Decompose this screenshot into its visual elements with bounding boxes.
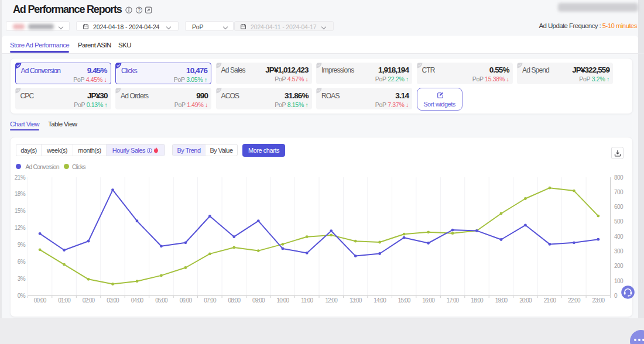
svg-text:20:00: 20:00: [519, 297, 532, 304]
svg-text:01:00: 01:00: [58, 297, 71, 304]
svg-text:400: 400: [614, 233, 624, 240]
svg-text:08:00: 08:00: [228, 297, 241, 304]
svg-text:00:00: 00:00: [34, 297, 47, 304]
svg-text:17:00: 17:00: [447, 297, 460, 304]
svg-text:07:00: 07:00: [204, 297, 217, 304]
svg-text:19:00: 19:00: [495, 297, 508, 304]
svg-text:12%: 12%: [15, 225, 26, 231]
svg-text:05:00: 05:00: [155, 297, 168, 304]
svg-text:9%: 9%: [18, 242, 26, 248]
svg-text:14:00: 14:00: [374, 297, 386, 304]
svg-text:15:00: 15:00: [398, 297, 411, 304]
svg-text:0: 0: [614, 293, 618, 299]
svg-text:06:00: 06:00: [180, 297, 193, 304]
svg-text:09:00: 09:00: [252, 297, 265, 304]
svg-text:11:00: 11:00: [301, 297, 313, 304]
svg-text:10:00: 10:00: [277, 297, 290, 304]
svg-text:800: 800: [614, 174, 624, 181]
svg-text:02:00: 02:00: [83, 297, 95, 304]
svg-text:12:00: 12:00: [325, 297, 338, 304]
svg-text:21%: 21%: [15, 174, 26, 181]
svg-text:600: 600: [614, 204, 624, 210]
svg-text:300: 300: [614, 248, 624, 254]
svg-text:04:00: 04:00: [131, 297, 144, 304]
svg-text:22:00: 22:00: [568, 297, 581, 304]
svg-text:3%: 3%: [18, 276, 26, 282]
svg-text:16:00: 16:00: [422, 297, 435, 304]
svg-text:23:00: 23:00: [592, 297, 605, 304]
svg-text:18%: 18%: [15, 191, 26, 197]
svg-text:6%: 6%: [18, 259, 26, 265]
svg-text:18:00: 18:00: [471, 297, 484, 304]
svg-text:21:00: 21:00: [544, 297, 557, 304]
svg-text:13:00: 13:00: [350, 297, 362, 304]
svg-text:700: 700: [614, 189, 624, 195]
svg-text:100: 100: [614, 278, 624, 284]
svg-text:200: 200: [614, 263, 624, 269]
svg-text:500: 500: [614, 218, 624, 225]
svg-text:0%: 0%: [18, 293, 26, 299]
svg-text:03:00: 03:00: [107, 297, 119, 304]
svg-text:?: ?: [138, 7, 141, 13]
svg-text:15%: 15%: [15, 208, 26, 214]
